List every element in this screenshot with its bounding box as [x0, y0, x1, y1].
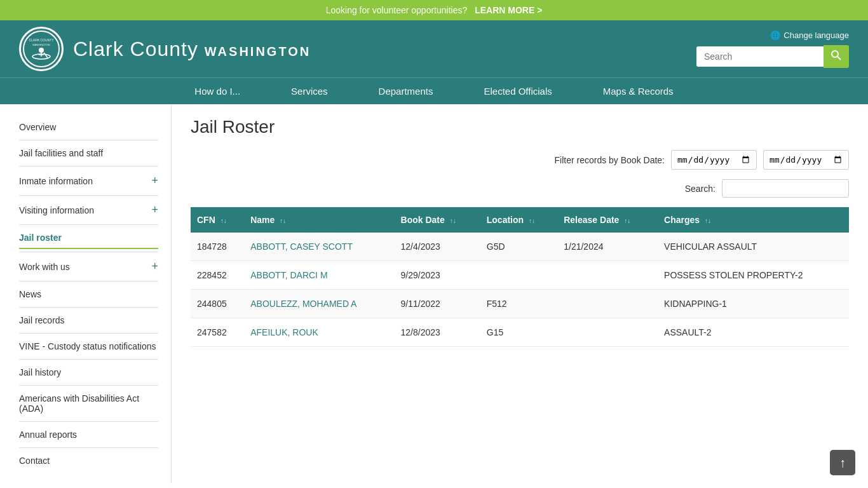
col-release-date[interactable]: Release Date ↑↓	[557, 207, 658, 233]
svg-point-8	[832, 51, 838, 57]
sidebar-item-overview[interactable]: Overview	[19, 117, 158, 137]
sidebar-divider	[19, 333, 158, 334]
sidebar-divider	[19, 385, 158, 386]
inmate-link[interactable]: AFEILUK, ROUK	[250, 327, 318, 337]
sidebar-divider	[19, 140, 158, 140]
cell-book-date: 12/4/2023	[395, 233, 480, 261]
col-name[interactable]: Name ↑↓	[244, 207, 394, 233]
cell-location: F512	[480, 290, 557, 318]
table-body: 184728 ABBOTT, CASEY SCOTT 12/4/2023 G5D…	[191, 233, 849, 347]
sidebar-divider	[19, 359, 158, 360]
cell-charges: VEHICULAR ASSAULT	[658, 233, 849, 261]
inmate-link[interactable]: ABBOTT, CASEY SCOTT	[250, 241, 353, 252]
sidebar-item-vine[interactable]: VINE - Custody status notifications	[19, 336, 158, 356]
banner-text: Looking for volunteer opportunities?	[326, 5, 468, 15]
cell-location	[480, 261, 557, 290]
roster-table: CFN ↑↓ Name ↑↓ Book Date ↑↓ Location ↑↓ …	[191, 207, 849, 347]
col-location[interactable]: Location ↑↓	[480, 207, 557, 233]
nav-item-departments[interactable]: Departments	[353, 78, 459, 104]
sidebar-divider	[19, 224, 158, 225]
sidebar-item-work-with-us[interactable]: Work with us +	[19, 255, 158, 278]
header-left: CLARK COUNTY WASHINGTON Clark County WAS…	[19, 27, 311, 71]
sidebar-item-news[interactable]: News	[19, 284, 158, 304]
main-nav: How do I... Services Departments Elected…	[0, 78, 868, 104]
cell-name: AFEILUK, ROUK	[244, 318, 394, 347]
banner-link[interactable]: LEARN MORE >	[475, 5, 542, 15]
cell-name: ABBOTT, CASEY SCOTT	[244, 233, 394, 261]
cell-cfn: 244805	[191, 290, 244, 318]
sidebar-item-jail-records[interactable]: Jail records	[19, 310, 158, 330]
cell-book-date: 9/11/2022	[395, 290, 480, 318]
nav-item-how-do-i[interactable]: How do I...	[169, 78, 266, 104]
cell-charges: KIDNAPPING-1	[658, 290, 849, 318]
sort-icon-release-date: ↑↓	[624, 217, 630, 224]
search-bar	[696, 45, 849, 68]
cell-release-date	[557, 261, 658, 290]
sidebar-divider	[19, 307, 158, 308]
sidebar-divider	[19, 447, 158, 448]
sidebar-item-jail-facilities[interactable]: Jail facilities and staff	[19, 143, 158, 163]
sidebar-item-jail-history[interactable]: Jail history	[19, 362, 158, 383]
nav-item-services[interactable]: Services	[266, 78, 353, 104]
filter-label: Filter records by Book Date:	[554, 155, 665, 165]
cell-cfn: 184728	[191, 233, 244, 261]
header: CLARK COUNTY WASHINGTON Clark County WAS…	[0, 20, 868, 78]
expand-icon: +	[151, 203, 158, 217]
change-language-button[interactable]: 🌐 Change language	[770, 30, 849, 40]
sidebar-item-visiting-information[interactable]: Visiting information +	[19, 198, 158, 222]
nav-item-elected-officials[interactable]: Elected Officials	[458, 78, 577, 104]
svg-line-9	[837, 57, 841, 60]
sidebar-divider	[19, 421, 158, 422]
svg-line-7	[44, 53, 48, 58]
search-button[interactable]	[824, 45, 849, 68]
table-row: 228452 ABBOTT, DARCI M 9/29/2023 POSSESS…	[191, 261, 849, 290]
sort-icon-book-date: ↑↓	[450, 217, 456, 224]
search-label: Search:	[685, 184, 715, 194]
sidebar-item-inmate-information[interactable]: Inmate information +	[19, 169, 158, 193]
sidebar-item-ada[interactable]: Americans with Disabilities Act (ADA)	[19, 388, 158, 419]
book-date-from-input[interactable]	[671, 150, 757, 170]
col-cfn[interactable]: CFN ↑↓	[191, 207, 244, 233]
book-date-to-input[interactable]	[763, 150, 849, 170]
sidebar-item-jail-roster[interactable]: Jail roster	[19, 227, 158, 249]
cell-name: ABBOTT, DARCI M	[244, 261, 394, 290]
cell-book-date: 12/8/2023	[395, 318, 480, 347]
scroll-to-top-button[interactable]: ↑	[830, 450, 855, 475]
cell-location: G15	[480, 318, 557, 347]
globe-icon: 🌐	[770, 30, 780, 40]
cell-cfn: 228452	[191, 261, 244, 290]
cell-cfn: 247582	[191, 318, 244, 347]
inmate-link[interactable]: ABBOTT, DARCI M	[250, 270, 327, 280]
main-content: Jail Roster Filter records by Book Date:…	[172, 104, 868, 484]
table-row: 244805 ABOULEZZ, MOHAMED A 9/11/2022 F51…	[191, 290, 849, 318]
inmate-link[interactable]: ABOULEZZ, MOHAMED A	[250, 299, 356, 309]
col-charges[interactable]: Charges ↑↓	[658, 207, 849, 233]
sidebar-divider	[19, 281, 158, 281]
header-title: Clark County WASHINGTON	[73, 37, 311, 61]
sort-icon-charges: ↑↓	[705, 217, 711, 224]
sort-icon-cfn: ↑↓	[220, 217, 227, 224]
sidebar-item-contact[interactable]: Contact	[19, 451, 158, 471]
svg-point-4	[39, 48, 44, 53]
sort-icon-location: ↑↓	[529, 217, 535, 224]
table-search-input[interactable]	[722, 179, 849, 198]
county-logo: CLARK COUNTY WASHINGTON	[19, 27, 64, 71]
search-input[interactable]	[696, 46, 824, 67]
cell-book-date: 9/29/2023	[395, 261, 480, 290]
sidebar-divider	[19, 252, 158, 252]
cell-name: ABOULEZZ, MOHAMED A	[244, 290, 394, 318]
table-row: 184728 ABBOTT, CASEY SCOTT 12/4/2023 G5D…	[191, 233, 849, 261]
sidebar-item-annual-reports[interactable]: Annual reports	[19, 424, 158, 445]
cell-release-date	[557, 318, 658, 347]
nav-item-maps-records[interactable]: Maps & Records	[578, 78, 699, 104]
col-book-date[interactable]: Book Date ↑↓	[395, 207, 480, 233]
sidebar-divider	[19, 195, 158, 196]
sidebar: Overview Jail facilities and staff Inmat…	[0, 104, 172, 484]
sort-icon-name: ↑↓	[280, 217, 286, 224]
expand-icon: +	[151, 174, 158, 187]
search-row: Search:	[191, 179, 849, 198]
header-right: 🌐 Change language	[696, 30, 849, 68]
svg-text:CLARK COUNTY: CLARK COUNTY	[29, 38, 54, 42]
cell-release-date	[557, 290, 658, 318]
filter-row: Filter records by Book Date:	[191, 150, 849, 170]
